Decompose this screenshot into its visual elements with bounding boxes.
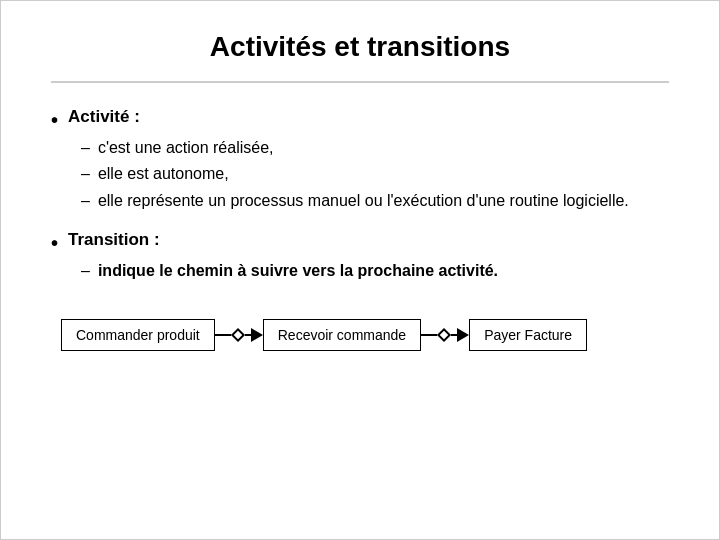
dash-1: –	[81, 137, 90, 159]
arrow-bump-1	[231, 327, 245, 341]
dash-3: –	[81, 190, 90, 212]
activite-sub-2: – elle est autonome,	[81, 163, 669, 185]
activity-box-3: Payer Facture	[469, 319, 587, 351]
bullet-dot-1: •	[51, 107, 58, 133]
activite-sub-1: – c'est une action réalisée,	[81, 137, 669, 159]
activity-diagram: Commander produit Recevoir commande Paye…	[61, 319, 669, 351]
bullet-dot-2: •	[51, 230, 58, 256]
bullet-activite-label: Activité :	[68, 107, 140, 127]
arrow-1	[215, 328, 263, 342]
bullet-activite-header: • Activité :	[51, 107, 669, 133]
transition-sub-1: – indique le chemin à suivre vers la pro…	[81, 260, 669, 282]
arrow-2	[421, 328, 469, 342]
arrow-seg-1a	[215, 334, 231, 336]
dash-2: –	[81, 163, 90, 185]
activite-sub-3-text: elle représente un processus manuel ou l…	[98, 190, 629, 212]
activite-sub-1-text: c'est une action réalisée,	[98, 137, 274, 159]
slide: Activités et transitions • Activité : – …	[0, 0, 720, 540]
bullet-transition-header: • Transition :	[51, 230, 669, 256]
bullet-activite: • Activité : – c'est une action réalisée…	[51, 107, 669, 212]
transition-sub-1-text: indique le chemin à suivre vers la proch…	[98, 260, 498, 282]
bullet-transition-label: Transition :	[68, 230, 160, 250]
arrow-seg-2a	[421, 334, 437, 336]
activity-box-2: Recevoir commande	[263, 319, 421, 351]
arrow-head-2	[457, 328, 469, 342]
bullet-transition: • Transition : – indique le chemin à sui…	[51, 230, 669, 282]
activite-sub-3: – elle représente un processus manuel ou…	[81, 190, 669, 212]
activity-box-1: Commander produit	[61, 319, 215, 351]
activite-subitems: – c'est une action réalisée, – elle est …	[81, 137, 669, 212]
activite-sub-2-text: elle est autonome,	[98, 163, 229, 185]
arrow-bump-2	[437, 327, 451, 341]
transition-subitems: – indique le chemin à suivre vers la pro…	[81, 260, 669, 282]
dash-4: –	[81, 260, 90, 282]
arrow-head-1	[251, 328, 263, 342]
content: • Activité : – c'est une action réalisée…	[51, 107, 669, 509]
slide-title: Activités et transitions	[51, 31, 669, 83]
